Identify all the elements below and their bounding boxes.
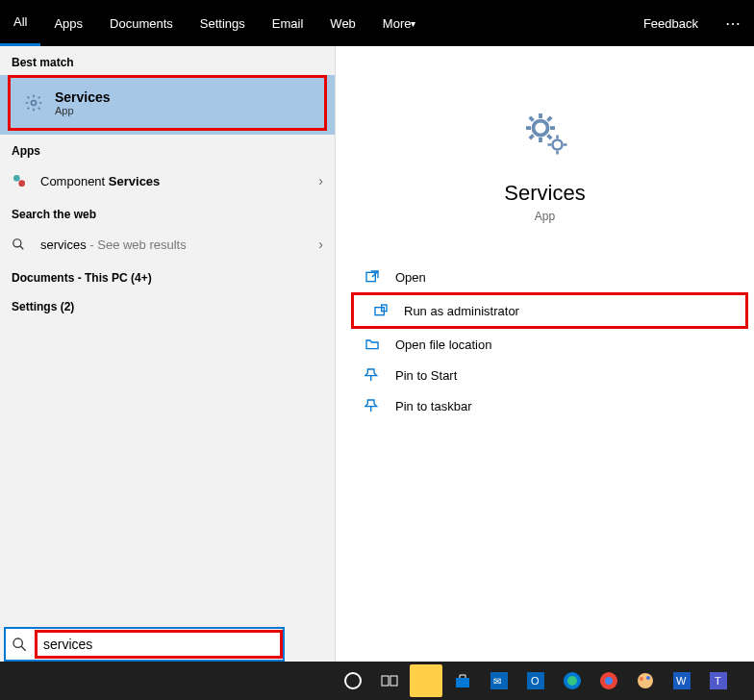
best-match-title: Services [55,89,111,105]
result-component-services[interactable]: Component Services › [0,163,335,198]
preview-app-icon [336,104,754,162]
chevron-right-icon: › [318,173,323,188]
best-match-services[interactable]: Services App [8,75,327,131]
chrome-icon[interactable] [592,664,625,697]
svg-point-25 [605,677,613,685]
svg-text:W: W [676,675,687,687]
svg-line-12 [21,646,26,651]
run-admin-icon [373,303,390,318]
word-icon[interactable]: W [666,664,698,697]
action-pin-taskbar[interactable]: Pin to taskbar [345,390,754,421]
chevron-right-icon: › [318,237,323,252]
explorer-icon[interactable] [410,664,442,697]
tab-more[interactable]: More [369,0,430,46]
svg-point-5 [533,121,547,136]
svg-point-6 [552,140,562,150]
filter-tabs: All Apps Documents Settings Email Web Mo… [0,0,754,46]
search-icon [12,238,31,251]
component-services-label: Component Services [40,174,160,188]
tab-web[interactable]: Web [316,0,369,46]
svg-rect-7 [366,272,375,281]
svg-line-4 [20,246,24,250]
action-pin-start-label: Pin to Start [395,368,457,383]
svg-point-0 [32,101,37,106]
preview-title: Services [336,181,754,206]
tab-all[interactable]: All [0,0,40,46]
svg-rect-15 [390,676,397,686]
svg-point-26 [638,673,653,688]
search-bar[interactable] [4,627,285,662]
svg-text:✉: ✉ [493,676,501,687]
svg-point-23 [567,676,577,686]
taskbar: ✉ O W T [0,662,754,700]
best-match-subtitle: App [55,105,111,116]
preview-panel: Services App Open Run as administrator O… [335,46,754,662]
more-options-icon[interactable]: ⋯ [712,14,754,33]
action-run-admin[interactable]: Run as administrator [351,292,748,329]
component-services-icon [12,173,31,188]
svg-point-27 [640,677,643,681]
action-open-location-label: Open file location [395,338,491,352]
store-icon[interactable] [446,664,479,697]
action-pin-taskbar-label: Pin to taskbar [395,399,472,413]
teams-icon[interactable]: T [702,664,735,697]
results-panel: Best match Services App Apps Component S… [0,46,335,662]
folder-icon [364,337,382,352]
outlook-icon[interactable]: O [519,664,552,697]
action-open[interactable]: Open [345,262,754,292]
tab-documents[interactable]: Documents [96,0,187,46]
action-pin-start[interactable]: Pin to Start [345,360,754,390]
pin-icon [364,367,382,383]
svg-rect-17 [456,678,469,688]
paint-icon[interactable] [629,664,662,697]
feedback-link[interactable]: Feedback [630,0,712,46]
tab-apps[interactable]: Apps [40,0,96,46]
svg-point-2 [18,180,25,187]
svg-text:T: T [715,675,721,687]
mail-icon[interactable]: ✉ [483,664,515,697]
svg-text:O: O [531,675,540,687]
svg-point-11 [13,638,22,647]
svg-point-3 [13,239,21,247]
task-view-icon[interactable] [373,664,406,697]
search-web-header: Search the web [0,198,335,227]
tab-email[interactable]: Email [259,0,317,46]
preview-subtitle: App [336,210,754,223]
action-run-admin-label: Run as administrator [404,304,519,318]
search-icon [6,637,33,652]
open-icon [364,269,382,285]
tab-settings[interactable]: Settings [187,0,259,46]
search-input[interactable] [38,637,230,652]
svg-rect-14 [382,676,389,686]
apps-header: Apps [0,135,335,163]
svg-point-1 [13,175,20,182]
pin-icon [364,398,382,413]
action-open-location[interactable]: Open file location [345,329,754,360]
cortana-icon[interactable] [337,664,369,697]
result-web-services[interactable]: services - See web results › [0,227,335,262]
action-open-label: Open [395,270,426,285]
services-gear-icon [22,91,45,114]
svg-rect-16 [417,674,435,688]
svg-point-28 [646,676,650,680]
svg-point-13 [345,673,361,688]
web-result-label: services - See web results [40,238,187,252]
settings-header[interactable]: Settings (2) [0,290,335,319]
edge-icon[interactable] [556,664,589,697]
documents-header[interactable]: Documents - This PC (4+) [0,262,335,290]
best-match-header: Best match [0,46,335,75]
